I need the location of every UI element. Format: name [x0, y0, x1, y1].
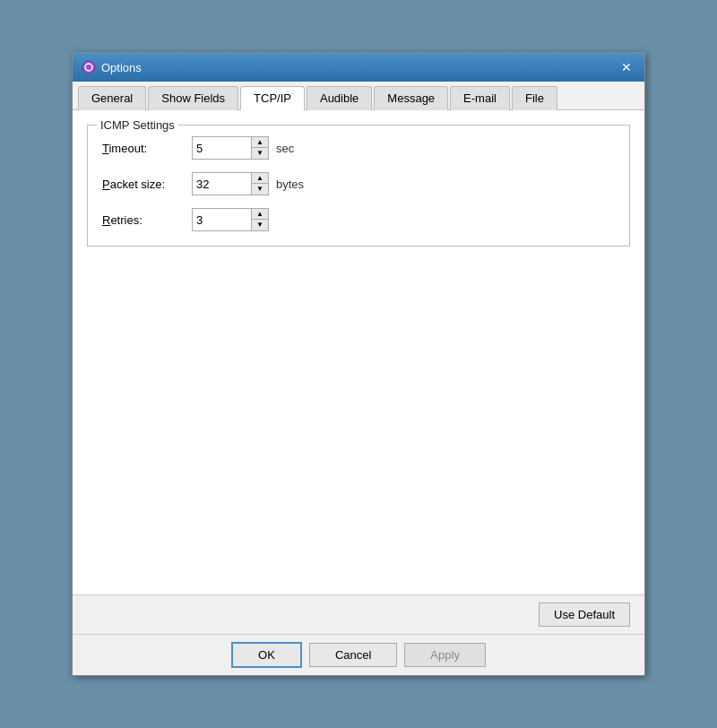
timeout-spinner[interactable]: ▲ ▼	[192, 136, 269, 160]
retries-spin-up[interactable]: ▲	[252, 209, 268, 220]
packet-spin-up[interactable]: ▲	[252, 173, 268, 184]
tab-email[interactable]: E-mail	[450, 86, 510, 110]
icmp-group-label: ICMP Settings	[97, 118, 178, 132]
retries-label: Retries:	[102, 213, 192, 227]
retries-spin-buttons: ▲ ▼	[251, 209, 268, 230]
timeout-unit: sec	[276, 142, 294, 155]
packet-input[interactable]	[193, 173, 251, 195]
content-area: ICMP Settings Timeout: ▲ ▼ sec Pa	[73, 110, 644, 594]
packet-label: Packet size:	[102, 178, 192, 191]
packet-row: Packet size: ▲ ▼ bytes	[102, 172, 615, 195]
tab-message[interactable]: Message	[374, 86, 448, 110]
timeout-spin-down[interactable]: ▼	[252, 148, 268, 159]
tab-tcp-ip[interactable]: TCP/IP	[240, 86, 305, 110]
packet-spin-buttons: ▲ ▼	[251, 173, 268, 195]
icmp-group: ICMP Settings Timeout: ▲ ▼ sec Pa	[87, 125, 630, 247]
retries-input[interactable]	[193, 209, 251, 230]
tab-audible[interactable]: Audible	[307, 86, 372, 110]
packet-spinner[interactable]: ▲ ▼	[192, 172, 269, 195]
title-bar: Options ✕	[73, 53, 644, 82]
timeout-row: Timeout: ▲ ▼ sec	[102, 136, 615, 160]
title-bar-left: Options	[82, 60, 142, 74]
timeout-spin-up[interactable]: ▲	[252, 137, 268, 148]
tabs-row: General Show Fields TCP/IP Audible Messa…	[73, 82, 644, 110]
tab-file[interactable]: File	[512, 86, 557, 110]
retries-row: Retries: ▲ ▼	[102, 208, 615, 231]
retries-spin-down[interactable]: ▼	[252, 220, 268, 230]
options-dialog: Options ✕ General Show Fields TCP/IP Aud…	[72, 52, 645, 676]
app-icon	[82, 60, 96, 74]
use-default-button[interactable]: Use Default	[539, 602, 630, 627]
packet-spin-down[interactable]: ▼	[252, 184, 268, 195]
dialog-footer: OK Cancel Apply	[73, 634, 644, 675]
packet-unit: bytes	[276, 178, 304, 191]
timeout-input[interactable]	[193, 137, 251, 159]
tab-general[interactable]: General	[78, 86, 146, 110]
ok-button[interactable]: OK	[231, 642, 302, 668]
apply-button[interactable]: Apply	[404, 643, 486, 667]
dialog-title: Options	[101, 61, 142, 74]
tab-show-fields[interactable]: Show Fields	[148, 86, 238, 110]
cancel-button[interactable]: Cancel	[309, 643, 397, 667]
close-button[interactable]: ✕	[618, 58, 635, 76]
retries-spinner[interactable]: ▲ ▼	[192, 208, 269, 231]
timeout-label: Timeout:	[102, 142, 192, 155]
timeout-spin-buttons: ▲ ▼	[251, 137, 268, 159]
svg-point-0	[82, 61, 95, 74]
use-default-row: Use Default	[73, 594, 644, 634]
